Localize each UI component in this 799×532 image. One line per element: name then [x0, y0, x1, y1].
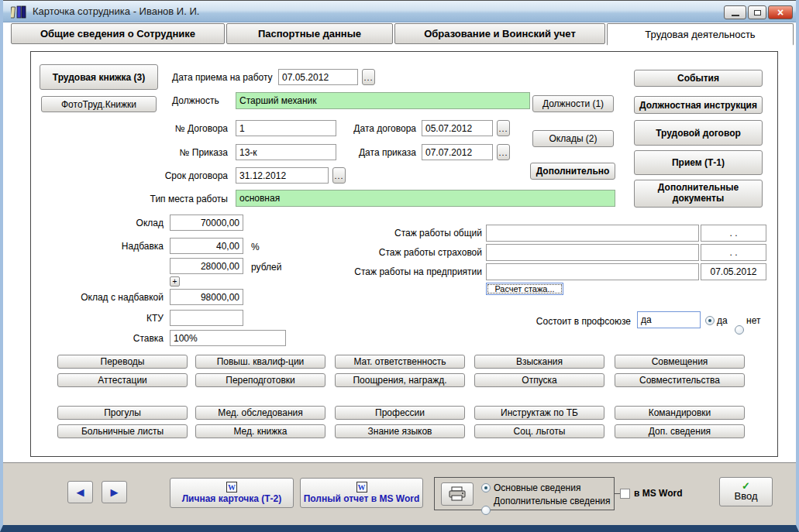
experience-insurance-field[interactable]: [486, 244, 699, 261]
personal-card-t2-button[interactable]: W Личная карточка (Т-2): [170, 478, 294, 508]
retraining-button[interactable]: Переподготовки: [195, 373, 325, 387]
business-trips-button[interactable]: Командировки: [615, 406, 745, 420]
experience-insurance-label: Стаж работы страховой: [336, 245, 482, 260]
hiring-t1-button[interactable]: Прием (Т-1): [634, 150, 763, 175]
arrow-right-icon: ▶: [111, 486, 119, 498]
employee-card-window: Карточка сотрудника - Иванов И. И. × Общ…: [0, 0, 799, 532]
languages-button[interactable]: Знание языков: [335, 424, 465, 438]
social-benefits-button[interactable]: Соц. льготы: [474, 424, 604, 438]
transfers-button[interactable]: Переводы: [57, 355, 188, 369]
printer-icon: [448, 486, 467, 502]
photo-work-book-button[interactable]: ФотоТруд.Книжки: [41, 96, 157, 112]
order-date-field[interactable]: 07.07.2012: [422, 144, 493, 160]
additional-button[interactable]: Дополнительно: [530, 163, 615, 180]
union-yes-radio[interactable]: [705, 316, 715, 325]
maximize-button[interactable]: [748, 5, 766, 19]
union-field[interactable]: да: [637, 311, 701, 328]
experience-company-field[interactable]: [486, 263, 699, 280]
word-document-icon: W: [356, 482, 367, 493]
word-document-icon: W: [226, 482, 237, 493]
order-no-field[interactable]: 13-к: [236, 144, 336, 160]
minimize-icon: [732, 15, 739, 16]
tab-work-activity[interactable]: Трудовая деятельность: [607, 23, 794, 46]
salary-total-label: Оклад с надбавкой: [73, 290, 164, 305]
events-button[interactable]: События: [634, 70, 763, 87]
order-date-picker-button[interactable]: ...: [497, 144, 510, 160]
professions-button[interactable]: Профессии: [335, 406, 465, 420]
contract-term-picker-button[interactable]: ...: [332, 167, 346, 184]
contract-date-picker-button[interactable]: ...: [497, 120, 510, 136]
penalties-button[interactable]: Взыскания: [474, 355, 604, 369]
msword-checkbox[interactable]: [620, 489, 630, 499]
print-main-info-radio[interactable]: [481, 483, 491, 493]
print-additional-info-radio[interactable]: [481, 506, 491, 515]
bonus-percent-field[interactable]: 40,00: [170, 238, 243, 254]
contract-date-field[interactable]: 05.07.2012: [422, 120, 493, 136]
experience-total-field[interactable]: [486, 225, 699, 242]
material-responsibility-button[interactable]: Мат. ответственность: [335, 355, 465, 369]
union-yes-label: да: [717, 315, 728, 326]
salary-field[interactable]: 70000,00: [170, 215, 243, 231]
full-report-msword-button[interactable]: W Полный отчет в MS Word: [300, 478, 423, 508]
salaries-button[interactable]: Оклады (2): [532, 130, 614, 147]
union-label: Состоит в профсоюзе: [526, 314, 631, 329]
rate-field[interactable]: 100%: [170, 330, 286, 346]
print-button[interactable]: [441, 482, 474, 506]
ktu-field[interactable]: [170, 310, 243, 326]
work-book-button[interactable]: Трудовая книжка (3): [40, 64, 158, 90]
maximize-icon: [754, 10, 761, 15]
vacations-button[interactable]: Отпуска: [474, 373, 604, 387]
tab-general-info[interactable]: Общие сведения о Сотруднике: [11, 23, 225, 44]
print-additional-info-label: Дополнительные сведения: [494, 496, 610, 506]
union-no-label: нет: [746, 315, 760, 326]
experience-company-label: Стаж работы на предприятии: [336, 264, 482, 280]
personal-card-t2-label: Личная карточка (Т-2): [182, 493, 282, 504]
combinations-button[interactable]: Совмещения: [615, 355, 745, 369]
safety-training-button[interactable]: Инструктаж по ТБ: [474, 406, 604, 420]
labor-contract-button[interactable]: Трудовой договор: [634, 120, 763, 146]
percent-suffix: %: [251, 239, 260, 255]
medical-book-button[interactable]: Мед. книжка: [195, 424, 325, 438]
close-button[interactable]: ×: [768, 5, 793, 19]
work-type-field[interactable]: основная: [236, 190, 615, 207]
position-field[interactable]: Старший механик: [236, 92, 530, 109]
absences-button[interactable]: Прогулы: [57, 406, 188, 420]
additional-documents-button[interactable]: Дополнительные документы: [634, 180, 763, 208]
attestations-button[interactable]: Аттестации: [57, 373, 188, 387]
experience-company-date: 07.05.2012: [701, 263, 766, 280]
hire-date-label: Дата приема на работу: [172, 70, 273, 85]
hire-date-picker-button[interactable]: ...: [362, 69, 375, 85]
tab-passport-data[interactable]: Паспортные данные: [226, 23, 393, 44]
salary-total-field[interactable]: 98000,00: [170, 289, 243, 305]
full-report-msword-label: Полный отчет в MS Word: [304, 493, 420, 504]
next-record-button[interactable]: ▶: [102, 481, 127, 503]
title-bar: Карточка сотрудника - Иванов И. И. ×: [0, 0, 799, 22]
additional-info-button[interactable]: Доп. сведения: [615, 424, 745, 438]
contract-term-field[interactable]: 31.12.2012: [236, 167, 329, 184]
medical-examinations-button[interactable]: Мед. обследования: [195, 406, 325, 420]
tab-education-military[interactable]: Образование и Воинский учет: [394, 23, 605, 44]
calc-experience-button[interactable]: Расчет стажа...: [486, 283, 563, 295]
rate-label: Ставка: [96, 331, 164, 346]
bonus-rubles-field[interactable]: 28000,00: [170, 258, 243, 274]
position-label: Должность: [172, 93, 219, 108]
contract-no-field[interactable]: 1: [236, 120, 336, 136]
close-icon: ×: [777, 6, 784, 19]
rewards-button[interactable]: Поощрения, награжд.: [335, 373, 465, 387]
job-description-button[interactable]: Должностная инструкция: [634, 96, 763, 114]
books-icon: [11, 5, 26, 19]
positions-button[interactable]: Должности (1): [532, 95, 614, 112]
previous-record-button[interactable]: ◀: [67, 481, 93, 503]
sick-leaves-button[interactable]: Больничные листы: [57, 424, 188, 438]
plus-button[interactable]: +: [170, 276, 180, 287]
connector-line: [615, 493, 620, 494]
union-no-radio[interactable]: [735, 325, 744, 335]
salary-label: Оклад: [96, 215, 164, 231]
enter-button[interactable]: ✓ Ввод: [719, 477, 773, 506]
arrow-left-icon: ◀: [77, 486, 84, 498]
second-jobs-button[interactable]: Совместительства: [615, 373, 745, 387]
order-date-label: Дата приказа: [350, 145, 416, 160]
minimize-button[interactable]: [724, 5, 746, 19]
qualification-upgrade-button[interactable]: Повыш. квалиф-ции: [195, 355, 325, 369]
hire-date-field[interactable]: 07.05.2012: [278, 69, 358, 85]
